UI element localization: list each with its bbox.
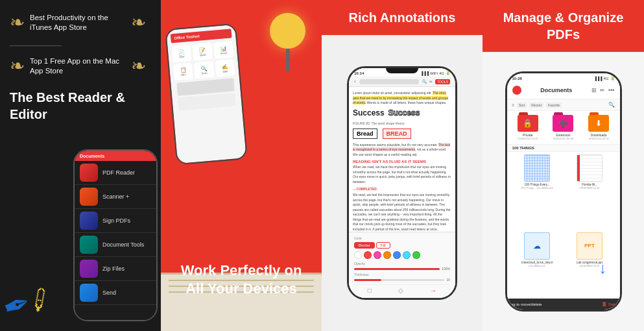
tool-word-text: Word [200, 53, 206, 56]
app-icon-send [80, 284, 98, 302]
pdf-content: Lorem ipsum dolor sit amet, consectetur … [349, 87, 455, 232]
bread-text-highlight: BREAD [383, 129, 411, 139]
tool-scan: 🔍 Scan [194, 61, 214, 79]
app-icon-doctools [80, 236, 98, 254]
list-icon[interactable]: ≡ [512, 103, 515, 107]
list-item-sign: Sign PDFs [75, 209, 156, 233]
app-icon-pdf [80, 164, 98, 182]
search-icon-4[interactable]: 🔍 [608, 102, 615, 108]
tool-scan-text: Scan [201, 71, 208, 75]
doc-thumb-ppt: PPT [577, 232, 602, 260]
mode-icon-1[interactable]: □ [368, 287, 372, 294]
badge-top1-text: Top 1 Free App on the Mac App Store [30, 56, 131, 76]
doc-meta-1: 100-Things... Cloud&Device [521, 186, 553, 190]
edit-icon-3[interactable]: ✏ [429, 79, 433, 84]
screen2-header: Office Toolset [171, 29, 232, 43]
fill-tab[interactable]: Fill [376, 242, 390, 249]
cloud-doc-icon: ☁ [533, 241, 541, 251]
phone-body-4: 10:28 ▐▐▐ 4G 🔋 Documents ⊞ ✏ ••• [505, 71, 622, 312]
pdf-body-text-4: We read, we feel the impression that our… [353, 193, 451, 232]
signal-icon-4: ▐▐▐ [594, 77, 602, 80]
best-reader-title: The Best Reader & Editor [10, 89, 151, 123]
tools-grid: 📄 PDF 📝 Word 📊 Excel 📋 PPT [171, 41, 235, 80]
app-icon-zip [80, 260, 98, 278]
opacity-slider-row: Opacity 100% [354, 262, 450, 271]
list-item-doctools: Document Tools [75, 233, 156, 257]
delete-text[interactable]: Delete [608, 302, 619, 306]
phone-screen-3: 10:14 ▐▐▐ WiFi 4G 🔋 ‹ 🔍 ✏ TOOLS [349, 68, 455, 298]
nav-bar: ‹ 🔍 ✏ TOOLS [349, 77, 455, 87]
border-tab[interactable]: Border [354, 242, 375, 249]
figure-label: FIGURE 80: The word shape theory [353, 121, 451, 125]
phone-screen-4: 10:28 ▐▐▐ 4G 🔋 Documents ⊞ ✏ ••• [507, 73, 620, 310]
folder-private[interactable]: 🔒 Private 2018/01/14 22:26 [512, 115, 544, 140]
laurel-left: ❧ [10, 14, 25, 32]
screen2-doc-area [174, 78, 237, 111]
mode-icon-2[interactable]: ◇ [398, 287, 403, 294]
back-arrow[interactable]: ‹ [354, 79, 356, 84]
opacity-value: 100% [442, 267, 450, 271]
4g-badge-4: 4G [603, 77, 608, 80]
folder-icon-extension: ➕ [553, 115, 573, 132]
progress-bar [359, 79, 419, 84]
color-pink[interactable] [374, 251, 381, 259]
annotation-toolbar[interactable]: Color Border Fill [349, 232, 455, 298]
panel3-header: Rich Annotations [322, 0, 483, 35]
edit-view-icon[interactable]: ✏ [600, 87, 605, 93]
drag-tooltip-text: Drag to move/delete [507, 302, 542, 306]
phone-body-1: Documents PDF Reader Scanner + Sign PDFs… [73, 149, 158, 321]
mode-icon-3[interactable]: → [430, 287, 436, 294]
screen-header-bar: Documents [75, 151, 156, 161]
search-icon-3[interactable]: 🔍 [422, 79, 427, 84]
border-fill-tabs: Border Fill [354, 242, 450, 249]
laurel-right: ❧ [131, 14, 146, 32]
tool-ppt-text: PPT [181, 73, 186, 77]
status-icons-4: ▐▐▐ 4G 🔋 [594, 76, 615, 80]
lamp-bulb [270, 13, 305, 49]
panel-dark: ❧ Best Productivity on the iTunes App St… [0, 0, 161, 331]
folders-grid: 🔒 Private 2018/01/14 22:26 ➕ Extension 2… [507, 111, 620, 144]
thickness-track[interactable] [354, 279, 444, 281]
sort-btn[interactable]: Sort [517, 103, 527, 108]
opacity-fill [354, 268, 440, 270]
folder-date-private: 2018/01/14 22:26 [518, 137, 538, 140]
doc-item-3[interactable]: ☁ innercloud_la ice_new.il Cloud&Device [512, 232, 562, 308]
opacity-track[interactable] [354, 268, 440, 270]
color-blue[interactable] [393, 251, 401, 259]
color-white[interactable] [354, 251, 362, 259]
folder-downloads[interactable]: ⬇ Downloads 2018/01/14 02:02 [583, 115, 615, 140]
thickness-label: Thickness [354, 273, 450, 276]
favorite-btn[interactable]: Favorite [546, 103, 562, 108]
doc-thumb-2 [178, 93, 235, 111]
user-avatar[interactable] [512, 86, 521, 95]
status-icons-3: ▐▐▐ WiFi 4G 🔋 [420, 71, 450, 75]
screen-header-text: Documents [80, 154, 104, 158]
folder-extension[interactable]: ➕ Extension 2018/12/11 04:48 [547, 115, 579, 140]
phone-mockup-4: 10:28 ▐▐▐ 4G 🔋 Documents ⊞ ✏ ••• [483, 52, 644, 331]
recent-btn[interactable]: Recent [529, 103, 543, 108]
grid-view-icon[interactable]: ⊞ [591, 87, 597, 93]
color-orange[interactable] [383, 251, 391, 259]
doc-item-4[interactable]: PPT Lab congerence.ppt 2014/08/09 02:15 [565, 232, 615, 308]
docs-header-icons: ⊞ ✏ ••• [591, 87, 614, 93]
opacity-slider-container: 100% [354, 267, 450, 271]
signal-icon: ▐▐▐ [420, 71, 429, 75]
color-cyan[interactable] [403, 251, 411, 259]
more-options-icon[interactable]: ••• [608, 87, 614, 93]
battery-icon: 🔋 [446, 71, 450, 75]
highlight-red-text: The text is recognized in a series of ey… [353, 143, 450, 152]
doc-item-1[interactable]: 100-Things-Every... 100-Things... Cloud&… [512, 154, 562, 230]
tool-excel: 📊 Excel [213, 41, 233, 58]
phone-screen-2: Office Toolset 📄 PDF 📝 Word 📊 Excel [166, 25, 246, 164]
delete-action[interactable]: 🗑 Delete [602, 301, 619, 307]
color-green[interactable] [412, 251, 420, 259]
folder-icon-private: 🔒 [518, 115, 538, 132]
status-time-3: 10:14 [354, 71, 364, 75]
docs-sort-toolbar: ≡ Sort Recent Favorite 🔍 [507, 99, 620, 111]
drag-tooltip: Drag to move/delete 🗑 Delete [507, 299, 620, 310]
list-item-zip: Zip Files [75, 257, 156, 281]
color-red[interactable] [364, 251, 372, 259]
doc-meta-3: Cloud&Device [529, 264, 545, 267]
lock-icon: 🔒 [518, 115, 538, 132]
doc-item-2[interactable]: Florida-Illi... 2014/08/09 22:15 [565, 154, 615, 230]
